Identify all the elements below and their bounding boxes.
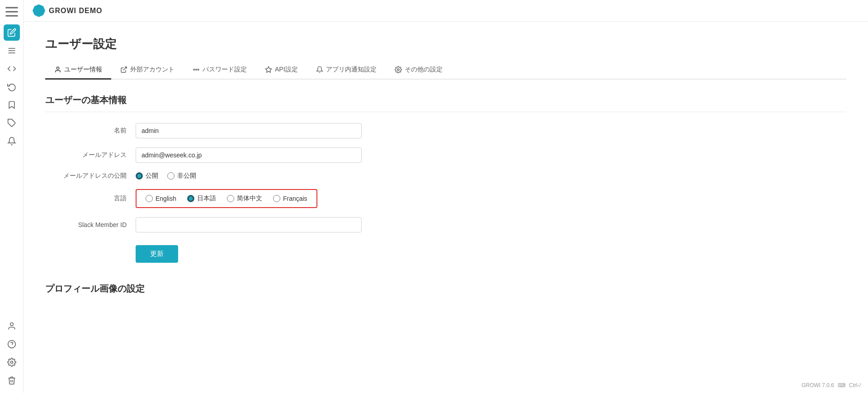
email-private-option[interactable]: 非公開 <box>167 172 196 180</box>
shortcut-text: Ctrl-/ <box>849 382 861 388</box>
growi-logo-icon <box>33 5 45 17</box>
name-label: 名前 <box>45 127 136 135</box>
sidebar-item-code[interactable] <box>4 61 20 77</box>
svg-point-13 <box>193 69 195 71</box>
email-visibility-radio-group: 公開 非公開 <box>136 172 196 180</box>
update-button[interactable]: 更新 <box>136 245 178 263</box>
sidebar-item-tag[interactable] <box>4 115 20 131</box>
svg-point-14 <box>196 69 197 71</box>
main-content: ユーザー設定 ユーザー情報 外部アカウント パスワード設定 <box>24 22 868 393</box>
notification-icon <box>316 66 323 73</box>
language-french-radio[interactable] <box>273 195 280 202</box>
svg-point-15 <box>198 69 199 71</box>
email-label: メールアドレス <box>45 151 136 159</box>
email-public-label: 公開 <box>146 172 158 180</box>
tab-in-app-notification-label: アプリ内通知設定 <box>326 66 377 74</box>
sidebar-item-bookmark[interactable] <box>4 97 20 113</box>
password-icon <box>193 66 200 73</box>
topbar: GROWI DEMO <box>24 0 868 22</box>
email-input[interactable] <box>136 147 362 163</box>
language-japanese-label: 日本語 <box>197 194 216 203</box>
shortcut-icon: ⌨ <box>838 382 845 388</box>
language-english-radio[interactable] <box>146 195 153 202</box>
tab-password[interactable]: パスワード設定 <box>184 61 256 80</box>
language-french-label: Français <box>283 195 307 202</box>
name-input[interactable] <box>136 123 362 138</box>
tab-bar: ユーザー情報 外部アカウント パスワード設定 API設定 <box>45 61 846 80</box>
app-title: GROWI DEMO <box>49 7 102 15</box>
sidebar-item-notification[interactable] <box>4 133 20 149</box>
sidebar-item-trash[interactable] <box>4 372 20 388</box>
tab-user-info-label: ユーザー情報 <box>64 66 102 74</box>
app-logo: GROWI DEMO <box>33 5 102 17</box>
email-field-row: メールアドレス <box>45 147 846 163</box>
language-japanese-radio[interactable] <box>187 195 194 202</box>
page-title: ユーザー設定 <box>45 36 846 52</box>
email-public-radio[interactable] <box>136 172 143 180</box>
tab-password-label: パスワード設定 <box>203 66 247 74</box>
email-public-option[interactable]: 公開 <box>136 172 158 180</box>
tab-external-account-label: 外部アカウント <box>130 66 175 74</box>
language-english-option[interactable]: English <box>146 195 176 202</box>
sidebar-item-profile[interactable] <box>4 318 20 334</box>
basic-info-section-title: ユーザーの基本情報 <box>45 94 846 112</box>
tab-api[interactable]: API設定 <box>256 61 307 80</box>
profile-section-title: プロフィール画像の設定 <box>45 277 846 295</box>
language-chinese-label: 简体中文 <box>237 194 262 203</box>
tab-api-label: API設定 <box>275 66 298 74</box>
sidebar-toggle-button[interactable] <box>4 4 20 20</box>
svg-point-7 <box>10 323 13 326</box>
sidebar <box>0 0 24 393</box>
svg-point-17 <box>397 69 399 71</box>
gear-icon <box>395 66 402 73</box>
language-field-row: 言語 English 日本語 简体中文 Français <box>45 189 846 208</box>
sidebar-item-help[interactable] <box>4 336 20 352</box>
version-text: GROWI 7.0.6 <box>802 382 834 388</box>
sidebar-item-menu[interactable] <box>4 43 20 59</box>
email-private-label: 非公開 <box>177 172 196 180</box>
language-chinese-option[interactable]: 简体中文 <box>227 194 262 203</box>
sidebar-item-settings[interactable] <box>4 354 20 370</box>
tab-other-settings[interactable]: その他の設定 <box>386 61 452 80</box>
tab-external-account[interactable]: 外部アカウント <box>111 61 184 80</box>
tab-user-info[interactable]: ユーザー情報 <box>45 61 111 80</box>
language-chinese-radio[interactable] <box>227 195 234 202</box>
tab-other-settings-label: その他の設定 <box>405 66 443 74</box>
language-french-option[interactable]: Français <box>273 195 307 202</box>
svg-marker-16 <box>265 66 271 72</box>
slack-id-label: Slack Member ID <box>45 221 136 228</box>
language-english-label: English <box>156 195 176 202</box>
language-radio-group: English 日本語 简体中文 Français <box>136 189 317 208</box>
name-field-row: 名前 <box>45 123 846 138</box>
svg-point-10 <box>10 361 13 364</box>
sidebar-item-edit[interactable] <box>4 24 20 41</box>
svg-line-12 <box>123 67 127 70</box>
slack-id-input[interactable] <box>136 217 362 232</box>
email-visibility-row: メールアドレスの公開 公開 非公開 <box>45 172 846 180</box>
email-private-radio[interactable] <box>167 172 175 180</box>
slack-id-field-row: Slack Member ID <box>45 217 846 232</box>
language-japanese-option[interactable]: 日本語 <box>187 194 216 203</box>
version-info: GROWI 7.0.6 ⌨ Ctrl-/ <box>802 382 861 388</box>
sidebar-item-history[interactable] <box>4 79 20 95</box>
tab-in-app-notification[interactable]: アプリ内通知設定 <box>307 61 386 80</box>
external-icon <box>120 66 127 73</box>
language-label: 言語 <box>45 194 136 203</box>
update-button-row: 更新 <box>45 241 846 263</box>
api-icon <box>265 66 272 73</box>
email-visibility-label: メールアドレスの公開 <box>45 172 136 180</box>
user-icon <box>54 66 61 73</box>
svg-point-11 <box>57 67 59 69</box>
